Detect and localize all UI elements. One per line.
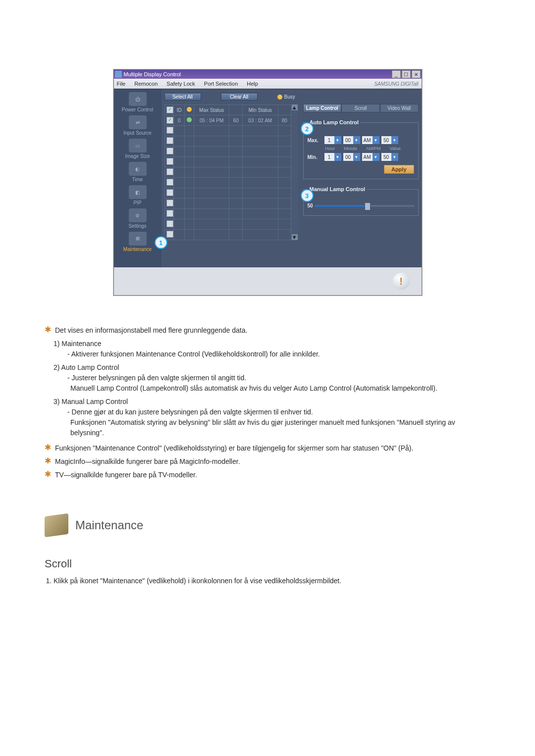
manual-lamp-value: 50 bbox=[308, 203, 313, 208]
row-checkbox[interactable] bbox=[166, 179, 173, 186]
menu-safety-lock[interactable]: Safety Lock bbox=[166, 81, 195, 87]
grid-scrollbar[interactable]: ▲ ▼ bbox=[291, 104, 298, 240]
status-led-icon bbox=[187, 107, 192, 112]
table-row[interactable] bbox=[164, 136, 291, 147]
scroll-up-icon[interactable]: ▲ bbox=[292, 104, 298, 110]
subsection-heading: Scroll bbox=[45, 555, 490, 572]
row-checkbox[interactable] bbox=[166, 189, 173, 196]
row-checkbox[interactable] bbox=[166, 220, 173, 227]
auto-lamp-legend: Auto Lamp Control bbox=[308, 119, 361, 125]
maintenance-panel: Lamp Control Scroll Video Wall Auto Lamp… bbox=[300, 89, 422, 267]
sidebar-item-image-size[interactable]: ▭ Image Size bbox=[114, 139, 161, 159]
row-checkbox[interactable] bbox=[166, 137, 173, 144]
power-icon: ⏻ bbox=[129, 92, 147, 106]
table-row[interactable] bbox=[164, 147, 291, 157]
cell-min-val: 80 bbox=[278, 115, 291, 126]
scroll-down-icon[interactable]: ▼ bbox=[292, 234, 298, 240]
row-status-led-icon bbox=[187, 117, 192, 122]
row-checkbox[interactable] bbox=[166, 231, 173, 238]
row-checkbox[interactable] bbox=[166, 127, 173, 134]
clear-all-button[interactable]: Clear All bbox=[221, 93, 258, 101]
max-hour-select[interactable]: 1▾ bbox=[324, 136, 341, 144]
apply-button[interactable]: Apply bbox=[384, 165, 414, 174]
chevron-down-icon: ▾ bbox=[373, 153, 379, 161]
chevron-down-icon: ▾ bbox=[373, 136, 379, 144]
chevron-down-icon: ▾ bbox=[334, 136, 341, 144]
menu-port-selection[interactable]: Port Selection bbox=[204, 81, 238, 87]
star-icon: ✱ bbox=[45, 470, 51, 480]
table-row[interactable] bbox=[164, 219, 291, 230]
titlebar: Multiple Display Control _ ☐ ✕ bbox=[114, 70, 422, 79]
table-row[interactable]: 0 05 : 04 PM 60 03 : 02 AM 80 bbox=[164, 115, 291, 126]
list-item: 1) Maintenance - Aktiverer funksjonen Ma… bbox=[54, 339, 490, 359]
list-item: 2) Auto Lamp Control - Justerer belysnin… bbox=[54, 362, 490, 394]
maintenance-icon: 🛠 bbox=[129, 232, 147, 246]
table-row[interactable] bbox=[164, 167, 291, 178]
table-row[interactable] bbox=[164, 209, 291, 219]
star-icon: ✱ bbox=[45, 325, 51, 336]
min-minute-select[interactable]: 00▾ bbox=[343, 153, 360, 161]
row-checkbox[interactable] bbox=[166, 210, 173, 217]
row-checkbox[interactable] bbox=[166, 117, 173, 124]
max-value-select[interactable]: 50▾ bbox=[381, 136, 398, 144]
chevron-down-icon: ▾ bbox=[353, 153, 360, 161]
sidebar-item-input[interactable]: ⇄ Input Source bbox=[114, 115, 161, 136]
close-button[interactable]: ✕ bbox=[412, 70, 421, 78]
row-checkbox[interactable] bbox=[166, 148, 173, 154]
col-max-status: Max Status bbox=[194, 105, 229, 115]
row-checkbox[interactable] bbox=[166, 200, 173, 206]
max-ampm-select[interactable]: AM▾ bbox=[362, 136, 379, 144]
table-row[interactable] bbox=[164, 188, 291, 199]
auto-lamp-fieldset: Auto Lamp Control 2 Max. 1▾ 00▾ AM▾ 50▾ … bbox=[303, 119, 419, 179]
tab-scroll[interactable]: Scroll bbox=[341, 104, 380, 112]
maintenance-section-icon bbox=[45, 513, 68, 538]
sidebar-item-pip[interactable]: ◧ PIP bbox=[114, 185, 161, 205]
badge-3: 3 bbox=[301, 189, 314, 202]
star-icon: ✱ bbox=[45, 456, 51, 467]
manual-lamp-slider[interactable] bbox=[315, 205, 414, 207]
row-checkbox[interactable] bbox=[166, 158, 173, 165]
tab-video-wall[interactable]: Video Wall bbox=[380, 104, 419, 112]
sidebar-item-time[interactable]: ◐ Time bbox=[114, 162, 161, 182]
cell-max-val: 60 bbox=[229, 115, 243, 126]
header-checkbox[interactable] bbox=[166, 106, 173, 113]
maximize-button[interactable]: ☐ bbox=[402, 70, 411, 78]
menubar: File Remocon Safety Lock Port Selection … bbox=[114, 79, 422, 89]
image-size-icon: ▭ bbox=[129, 139, 147, 152]
sidebar-item-settings[interactable]: ⚙ Settings bbox=[114, 208, 161, 229]
row-checkbox[interactable] bbox=[166, 168, 173, 175]
max-row: Max. 1▾ 00▾ AM▾ 50▾ bbox=[308, 136, 414, 144]
note-text: TV—signalkilde fungerer bare på TV-model… bbox=[55, 470, 197, 480]
slider-thumb[interactable] bbox=[365, 202, 371, 210]
select-all-button[interactable]: Select All bbox=[164, 93, 201, 101]
table-row[interactable] bbox=[164, 230, 291, 240]
busy-indicator: Busy bbox=[277, 94, 295, 100]
time-icon: ◐ bbox=[129, 162, 147, 176]
table-row[interactable] bbox=[164, 126, 291, 136]
table-row[interactable] bbox=[164, 157, 291, 167]
min-hour-select[interactable]: 1▾ bbox=[324, 153, 341, 161]
gear-icon: ⚙ bbox=[129, 208, 147, 222]
manual-lamp-legend: Manual Lamp Control bbox=[308, 186, 367, 192]
window-title: Multiple Display Control bbox=[124, 71, 181, 77]
min-value-select[interactable]: 50▾ bbox=[381, 153, 398, 161]
menu-help[interactable]: Help bbox=[247, 81, 258, 87]
brand-label: SAMSUNG DIGITall bbox=[374, 81, 418, 87]
tab-lamp-control[interactable]: Lamp Control bbox=[303, 104, 342, 112]
chevron-down-icon: ▾ bbox=[353, 136, 360, 144]
table-row[interactable] bbox=[164, 178, 291, 188]
cell-id: 0 bbox=[173, 115, 185, 126]
table-row[interactable] bbox=[164, 199, 291, 209]
busy-dot-icon bbox=[277, 95, 282, 100]
badge-2: 2 bbox=[301, 122, 314, 135]
menu-file[interactable]: File bbox=[117, 81, 126, 87]
display-list-panel: Select All Clear All Busy bbox=[161, 89, 300, 267]
sidebar-item-power[interactable]: ⏻ Power Control bbox=[114, 92, 161, 112]
list-item: 3) Manual Lamp Control - Denne gjør at d… bbox=[54, 397, 490, 438]
minimize-button[interactable]: _ bbox=[392, 70, 401, 78]
min-ampm-select[interactable]: AM▾ bbox=[362, 153, 379, 161]
max-minute-select[interactable]: 00▾ bbox=[343, 136, 360, 144]
list-item: Klikk på ikonet "Maintenance" (vedlikeho… bbox=[54, 576, 490, 586]
chevron-down-icon: ▾ bbox=[391, 153, 398, 161]
menu-remocon[interactable]: Remocon bbox=[134, 81, 158, 87]
